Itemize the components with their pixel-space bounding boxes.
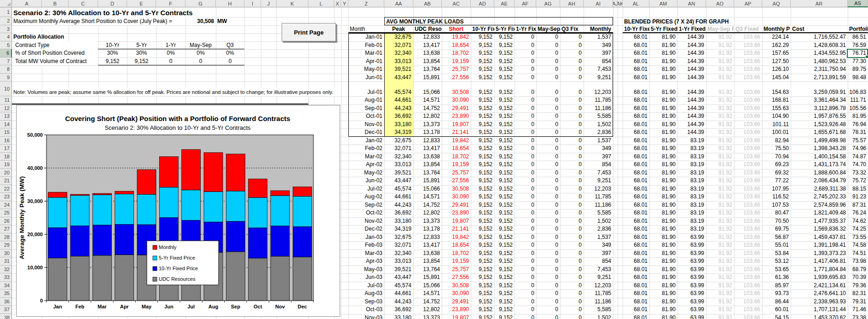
cell-short[interactable]: 19,842 xyxy=(442,137,471,145)
cell-10yr-price[interactable]: 68.01 xyxy=(623,217,649,226)
cell-q3-volume[interactable]: 0 xyxy=(560,153,584,161)
cell-cost[interactable]: 1,569,836.32 xyxy=(791,225,848,233)
cell-peak[interactable]: 43,447 xyxy=(384,177,413,185)
cell-1yr-price[interactable]: 63.99 xyxy=(677,282,706,290)
cell-monthly-price[interactable]: 82.94 xyxy=(762,137,791,145)
cell-cost[interactable]: 1,434,552.95 xyxy=(791,49,848,58)
cell-peak[interactable]: 32,071 xyxy=(384,41,413,50)
row-header-37[interactable]: 37 xyxy=(0,306,12,314)
cell-monthly-volume[interactable]: 11,186 xyxy=(584,104,613,113)
cell-maysep-volume[interactable]: 0 xyxy=(536,41,560,50)
cell-maysep-price[interactable]: 91.92 xyxy=(706,282,734,290)
cell-monthly-volume[interactable]: 1,502 xyxy=(584,314,613,319)
cell-10yr-volume[interactable]: 9,152 xyxy=(471,169,494,177)
cell-peak[interactable]: 43,447 xyxy=(384,74,413,82)
cell-5yr-price[interactable]: 81.90 xyxy=(649,169,677,177)
cell-monthly-volume[interactable]: 9,251 xyxy=(584,177,613,185)
cell-1yr-volume[interactable]: 0 xyxy=(515,65,536,74)
cell-10yr-volume[interactable]: 9,152 xyxy=(471,273,494,282)
cell-udc[interactable]: 13,417 xyxy=(413,145,442,153)
cell-cost[interactable]: 2,311,750.94 xyxy=(791,65,848,74)
cell-portfolio-avg[interactable]: 87.31 xyxy=(848,201,868,209)
cell-short[interactable]: 19,807 xyxy=(442,217,471,226)
column-header-I[interactable]: I xyxy=(244,0,261,7)
cell-10yr-price[interactable]: 68.01 xyxy=(623,241,649,249)
column-header-E[interactable]: E xyxy=(127,0,156,7)
cell-5yr-price[interactable]: 81.90 xyxy=(649,266,677,274)
row-header-32[interactable]: 32 xyxy=(0,266,12,274)
cell-short[interactable]: 30,508 xyxy=(442,88,471,97)
cell-1yr-volume[interactable]: 0 xyxy=(515,257,536,266)
cell-peak[interactable]: 32,340 xyxy=(384,49,413,58)
cell-maysep-volume[interactable]: 0 xyxy=(536,217,560,226)
cell-1yr-volume[interactable]: 0 xyxy=(515,273,536,282)
cell-q3-price[interactable]: 103.66 xyxy=(734,257,762,266)
cell-cost[interactable]: 2,421,134.61 xyxy=(791,282,848,290)
column-header-AD[interactable]: AD xyxy=(471,0,494,7)
cell-cost[interactable]: 1,400,154.58 xyxy=(791,153,848,161)
cell-udc[interactable]: 14,752 xyxy=(413,298,442,306)
cell-10yr-price[interactable]: 68.01 xyxy=(623,185,649,193)
cell-1yr-volume[interactable]: 0 xyxy=(515,49,536,58)
row-header-17[interactable]: 17 xyxy=(0,145,12,153)
cell-q3-price[interactable]: 103.66 xyxy=(734,33,762,41)
cell-maysep-volume[interactable]: 0 xyxy=(536,209,560,217)
cell-10yr-price[interactable]: 68.01 xyxy=(623,225,649,233)
cell-10yr-price[interactable]: 68.01 xyxy=(623,58,649,66)
cell-maysep-price[interactable]: 91.92 xyxy=(706,153,734,161)
cell-q3-price[interactable]: 103.66 xyxy=(734,306,762,314)
cell-udc[interactable]: 13,764 xyxy=(413,169,442,177)
row-header-13[interactable]: 13 xyxy=(0,112,12,121)
cell-monthly-price[interactable]: 70.94 xyxy=(762,153,791,161)
cell-udc[interactable]: 13,764 xyxy=(413,266,442,274)
row-header-2[interactable]: 2 xyxy=(0,17,12,25)
row-header-35[interactable]: 35 xyxy=(0,290,12,298)
cell-udc[interactable]: 12,833 xyxy=(413,33,442,41)
cell-cost[interactable]: 1,888,600.84 xyxy=(791,169,848,177)
cell-short[interactable]: 29,491 xyxy=(442,201,471,209)
cell-portfolio-avg[interactable]: 78.31 xyxy=(848,128,868,137)
cell-udc[interactable]: 13,178 xyxy=(413,225,442,233)
blended-header[interactable]: 1-Yr Fixed xyxy=(677,25,706,33)
cell-maysep-price[interactable]: 91.92 xyxy=(706,88,734,97)
cell-5yr-price[interactable]: 81.90 xyxy=(649,290,677,298)
cell-monthly-volume[interactable]: 349 xyxy=(584,41,613,50)
cell-1yr-price[interactable]: 63.99 xyxy=(677,266,706,274)
cell-short[interactable]: 27,556 xyxy=(442,74,471,82)
cell-portfolio-avg[interactable]: 82.31 xyxy=(848,290,868,298)
cell-short[interactable]: 21,141 xyxy=(442,225,471,233)
cell-monthly-volume[interactable]: 5,585 xyxy=(584,112,613,121)
cell-peak[interactable]: 45,574 xyxy=(384,282,413,290)
cell-maysep-price[interactable]: 91.92 xyxy=(706,74,734,82)
cell-1yr-volume[interactable]: 0 xyxy=(515,153,536,161)
cell-10yr-price[interactable]: 68.01 xyxy=(623,161,649,169)
cell-q3-volume[interactable]: 0 xyxy=(560,41,584,50)
cell-1yr-volume[interactable]: 0 xyxy=(515,217,536,226)
cell-1yr-price[interactable]: 83.19 xyxy=(677,177,706,185)
cell-5yr-volume[interactable]: 9,152 xyxy=(494,161,515,169)
cell-month[interactable]: Sep-01 xyxy=(348,104,384,113)
cell-short[interactable]: 25,757 xyxy=(442,169,471,177)
column-header-AH[interactable]: AH xyxy=(560,0,584,7)
peak-loads-header[interactable]: Monthly xyxy=(584,25,613,33)
cell-short[interactable]: 30,090 xyxy=(442,193,471,201)
row-header-12[interactable]: 12 xyxy=(0,104,12,113)
cell-10yr-volume[interactable]: 9,152 xyxy=(471,58,494,66)
cell-month[interactable]: May-03 xyxy=(348,266,384,274)
cell-peak[interactable]: 33,013 xyxy=(384,161,413,169)
cell-1yr-volume[interactable]: 0 xyxy=(515,241,536,249)
row-header-20[interactable]: 20 xyxy=(0,169,12,177)
cell-1yr-price[interactable]: 144.39 xyxy=(677,88,706,97)
cell-1yr-price[interactable]: 144.39 xyxy=(677,96,706,104)
cell-5yr-volume[interactable]: 9,152 xyxy=(494,266,515,274)
cell-monthly-price[interactable]: 126.10 xyxy=(762,65,791,74)
cell-q3-price[interactable]: 103.66 xyxy=(734,74,762,82)
cell-udc[interactable]: 15,891 xyxy=(413,273,442,282)
cell-5yr-volume[interactable]: 9,152 xyxy=(494,217,515,226)
cell-5yr-price[interactable]: 81.90 xyxy=(649,96,677,104)
cell-5yr-volume[interactable]: 9,152 xyxy=(494,185,515,193)
cell-portfolio-avg[interactable]: 71.46 xyxy=(848,306,868,314)
cell-cost[interactable]: 1,431,173.74 xyxy=(791,161,848,169)
cell-portfolio-avg[interactable]: 73.38 xyxy=(848,314,868,319)
column-header-J[interactable]: J xyxy=(261,0,277,7)
